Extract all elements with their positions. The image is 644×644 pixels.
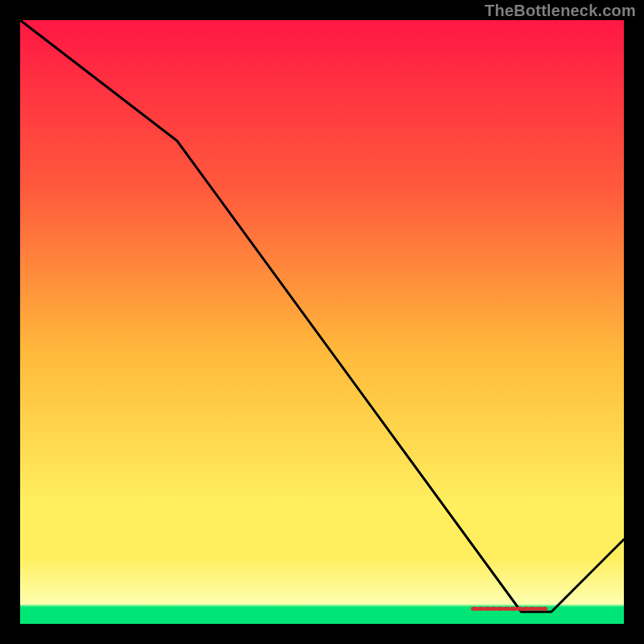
bottleneck-chart xyxy=(0,0,644,644)
attribution-text: TheBottleneck.com xyxy=(485,2,636,20)
plot-area xyxy=(20,20,624,624)
chart-container: { "attribution": "TheBottleneck.com", "c… xyxy=(0,0,644,644)
